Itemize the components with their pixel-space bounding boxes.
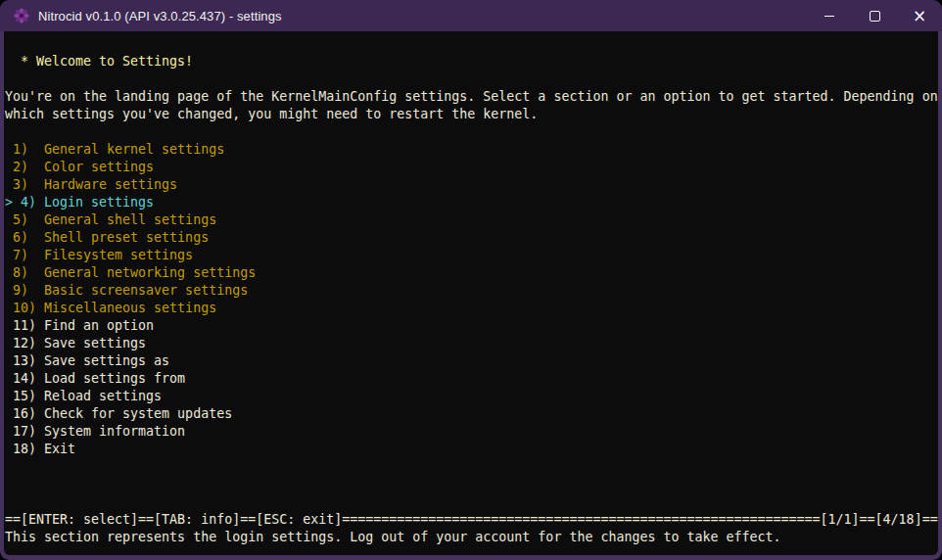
- menu-item-1[interactable]: 1) General kernel settings: [5, 141, 938, 159]
- spacer-row: [5, 493, 938, 511]
- menu-item-3[interactable]: 3) Hardware settings: [5, 176, 938, 194]
- terminal-window: Nitrocid v0.1.0 (API v3.0.25.437) - sett…: [0, 0, 942, 560]
- spacer-row: [5, 123, 938, 141]
- spacer-row: [5, 458, 938, 476]
- help-text: This section represents the login settin…: [5, 529, 938, 546]
- close-button[interactable]: ×: [897, 0, 942, 31]
- window-controls: ×: [807, 0, 942, 31]
- menu-item-6[interactable]: 6) Shell preset settings: [5, 229, 938, 247]
- menu-item-15[interactable]: 15) Reload settings: [5, 388, 938, 405]
- minimize-button[interactable]: [807, 0, 852, 31]
- menu-item-5[interactable]: 5) General shell settings: [5, 211, 938, 229]
- terminal-frame: * Welcome to Settings! You're on the lan…: [0, 31, 942, 560]
- menu-item-9[interactable]: 9) Basic screensaver settings: [5, 282, 938, 300]
- menu-item-12[interactable]: 12) Save settings: [5, 335, 938, 352]
- intro-line-1: You're on the landing page of the Kernel…: [5, 88, 938, 106]
- spacer-row: [5, 70, 938, 88]
- intro-line-2: which settings you've changed, you might…: [5, 106, 938, 123]
- menu-item-14[interactable]: 14) Load settings from: [5, 370, 938, 388]
- maximize-icon: [870, 11, 880, 22]
- menu-item-4[interactable]: > 4) Login settings: [5, 194, 938, 211]
- menu-item-8[interactable]: 8) General networking settings: [5, 264, 938, 282]
- menu-item-18[interactable]: 18) Exit: [5, 441, 938, 458]
- menu-item-2[interactable]: 2) Color settings: [5, 159, 938, 176]
- nitrocid-flower-icon: [14, 8, 29, 23]
- close-icon: ×: [913, 8, 926, 24]
- menu-item-11[interactable]: 11) Find an option: [5, 317, 938, 335]
- menu-item-13[interactable]: 13) Save settings as: [5, 352, 938, 370]
- spacer-row: [5, 476, 938, 493]
- menu-item-17[interactable]: 17) System information: [5, 423, 938, 441]
- terminal-content: * Welcome to Settings! You're on the lan…: [4, 31, 938, 555]
- status-bar: ==[ENTER: select]==[TAB: info]==[ESC: ex…: [5, 511, 938, 529]
- window-title: Nitrocid v0.1.0 (API v3.0.25.437) - sett…: [38, 9, 807, 23]
- maximize-button[interactable]: [852, 0, 897, 31]
- settings-menu: 1) General kernel settings 2) Color sett…: [5, 141, 938, 458]
- welcome-message: * Welcome to Settings!: [5, 53, 938, 70]
- menu-item-7[interactable]: 7) Filesystem settings: [5, 247, 938, 264]
- menu-item-16[interactable]: 16) Check for system updates: [5, 405, 938, 423]
- menu-item-10[interactable]: 10) Miscellaneous settings: [5, 300, 938, 317]
- titlebar[interactable]: Nitrocid v0.1.0 (API v3.0.25.437) - sett…: [0, 0, 942, 31]
- spacer-row: [5, 35, 938, 53]
- minimize-icon: [824, 16, 834, 17]
